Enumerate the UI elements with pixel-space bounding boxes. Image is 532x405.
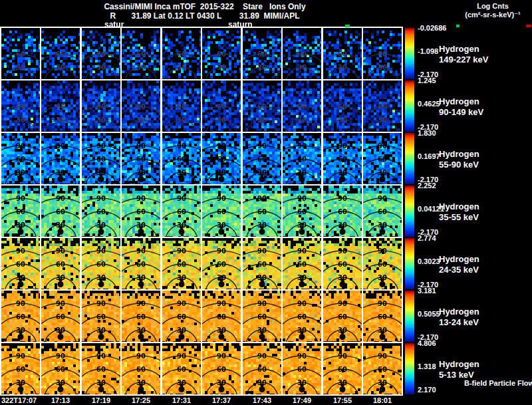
heatmap-panel-r6-c3 [122,343,160,394]
heatmap-panel-r0-c4 [162,28,201,79]
heatmap-panel-r4-c3 [122,238,160,289]
heatmap-panel-r4-c7 [283,238,321,289]
row-energy-range: 55-90 keV [439,160,479,170]
heatmap-panel-r0-c5 [202,28,241,79]
colorbar-tick-max-row5: 3.181 [418,287,436,295]
row-species: Hydrogen [439,307,479,317]
heatmap-panel-r4-c2 [82,238,120,289]
colorbar-row2 [405,133,414,184]
colorbar-tick-min-row6: 2.170 [418,386,436,394]
heatmap-panel-r1-c6 [243,80,281,132]
heatmap-panel-r3-c9 [363,186,402,237]
colorbar-row0 [405,28,414,79]
heatmap-panel-r0-c1 [41,28,80,79]
heatmap-panel-r0-c3 [122,28,160,79]
colorbar-row6 [405,343,414,394]
heatmap-panel-r2-c4 [162,133,201,184]
heatmap-panel-r5-c6 [243,291,281,342]
heatmap-panel-r0-c9 [363,28,402,79]
heatmap-panel-r3-c4 [162,186,201,237]
heatmap-panel-r5-c3 [122,291,160,342]
heatmap-panel-r1-c7 [283,80,321,132]
row-species: Hydrogen [439,202,479,212]
heatmap-panel-r2-c8 [323,133,362,184]
heatmap-panel-r1-c2 [82,80,120,132]
colorbar-title: Log Cnts (cm²-sr-s-keV)⁻¹ [465,2,520,19]
row-species: Hydrogen [439,254,479,265]
time-tick-label-0: 322T17:07 [1,396,37,404]
heatmap-panel-r2-c2 [82,133,120,184]
heatmap-panel-r1-c0 [1,80,40,132]
colorbar-tick-max-row1: 1.245 [418,76,436,84]
heatmap-panel-r0-c8 [323,28,362,79]
heatmap-panel-r5-c4 [162,291,201,342]
colorbar-tick-max-row4: 2.774 [418,234,436,242]
time-tick-label-4: 17:31 [172,396,191,404]
heatmap-panel-r0-c0 [1,28,40,79]
heatmap-panel-r1-c1 [41,80,80,132]
heatmap-panel-r4-c6 [243,238,281,289]
heatmap-panel-r6-c4 [162,343,201,394]
heatmap-panel-r4-c8 [323,238,362,289]
row-label-4: Hydrogen24-35 keV [439,254,479,275]
heatmap-panel-r2-c1 [41,133,80,184]
heatmap-panel-r3-c2 [82,186,120,237]
heatmap-panel-r3-c7 [283,186,321,237]
heatmap-panel-r4-c4 [162,238,201,289]
heatmap-panel-r3-c1 [41,186,80,237]
row-energy-range: 35-55 keV [439,212,479,223]
row-energy-range: 13-24 keV [439,317,479,328]
row-energy-range: 24-35 keV [439,265,479,275]
heatmap-panel-r2-c5 [202,133,241,184]
heatmap-panel-r3-c0 [1,186,40,237]
colorbar-tick-mid-row5: 0.5055 [418,310,440,318]
annotation-satur: satur [104,20,124,29]
row-species: Hydrogen [439,149,479,160]
row-label-6: Hydrogen5-13 keV [439,359,479,380]
row-energy-range: 149-227 keV [439,55,488,65]
heatmap-panel-r1-c3 [122,80,160,132]
time-tick-label-6: 17:43 [253,396,271,404]
heatmap-panel-r4-c5 [202,238,241,289]
row-energy-range: 90-149 keV [439,107,483,118]
bfield-flow-note: B-field Particle Flow [464,379,532,387]
time-tick-label-3: 17:25 [132,396,150,404]
colorbar-title-line2: (cm²-sr-s-keV)⁻¹ [465,11,520,19]
heatmap-panel-r6-c1 [41,343,80,394]
row-species: Hydrogen [439,44,488,55]
colorbar-title-line1: Log Cnts [465,2,520,11]
heatmap-panel-r5-c9 [363,291,402,342]
heatmap-panel-r2-c3 [122,133,160,184]
heatmap-panel-r6-c0 [1,343,40,394]
colorbar-tick-mid-row2: 0.1697 [418,152,440,160]
row-label-0: Hydrogen149-227 keV [439,44,488,65]
annotation-saturn: saturn [228,20,253,29]
heatmap-panel-r4-c0 [1,238,40,289]
colorbar-tick-mid-row6: 1.318 [418,362,436,370]
colorbar-tick-max-row3: 2.252 [418,182,436,190]
heatmap-panel-r2-c0 [1,133,40,184]
time-tick-label-9: 18:01 [373,396,392,404]
heatmap-panel-r6-c9 [363,343,402,394]
colorbar-row3 [405,186,414,237]
heatmap-panel-r4-c1 [41,238,80,289]
colorbar-row4 [405,238,414,289]
heatmap-panel-r5-c1 [41,291,80,342]
inca-spectrogram-display: Cassini/MIMI Inca mTOF 2015-322 Stare Io… [0,0,532,405]
heatmap-panel-r6-c8 [323,343,362,394]
heatmap-panel-r3-c5 [202,186,241,237]
heatmap-panel-r2-c7 [283,133,321,184]
heatmap-panel-r1-c5 [202,80,241,132]
heatmap-panel-r5-c8 [323,291,362,342]
heatmap-panel-r5-c0 [1,291,40,342]
time-tick-label-1: 17:13 [51,396,70,404]
row-label-1: Hydrogen90-149 keV [439,96,483,118]
heatmap-panel-r0-c7 [283,28,321,79]
heatmap-panel-r6-c5 [202,343,241,394]
colorbar-row1 [405,80,414,132]
time-tick-label-7: 17:49 [293,396,311,404]
event-marker-1 [456,25,460,27]
heatmap-panel-r2-c6 [243,133,281,184]
event-marker-0 [345,25,350,27]
heatmap-panel-r1-c8 [323,80,362,132]
